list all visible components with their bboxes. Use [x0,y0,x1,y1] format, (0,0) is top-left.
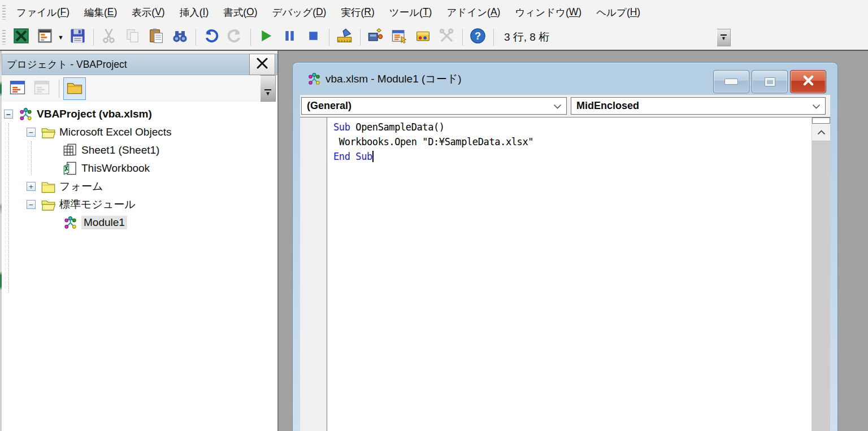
menu-tools-label: ツール( [389,6,423,19]
code-text: Workbooks.Open "D:¥SampleData.xlsx" [333,136,533,147]
find-button[interactable] [169,27,192,48]
menu-run-mnemonic: R [364,6,371,18]
design-mode-icon [336,28,353,46]
expand-icon[interactable]: + [27,182,36,191]
paste-button[interactable] [145,27,168,48]
view-excel-button[interactable] [10,27,32,48]
dropdown-arrow-icon[interactable]: ▼ [58,34,64,41]
toolbox-button[interactable] [436,27,458,48]
project-explorer-button[interactable] [364,27,387,48]
scrollbar-thumb[interactable] [812,141,830,431]
collapse-icon[interactable]: − [4,110,13,119]
tree-item-sheet1[interactable]: Sheet1 (Sheet1) [2,141,277,159]
view-object-icon [33,79,50,98]
folder-open-icon [41,125,56,140]
menu-edit[interactable]: 編集(E) [77,0,124,24]
code-margin-bar[interactable] [300,117,327,431]
insert-userform-icon [37,28,53,46]
code-window: vba.xlsm - Module1 (コード) (General) [292,62,838,431]
folder-open-icon [41,197,56,212]
tree-item-modules[interactable]: −標準モジュール [2,195,277,214]
undo-button[interactable] [200,27,223,48]
menu-run-label-end: ) [371,6,375,18]
properties-window-button[interactable] [388,27,411,48]
collapse-icon[interactable]: − [27,128,36,137]
view-object-button[interactable] [31,77,53,100]
tree-item-excel-objects[interactable]: −Microsoft Excel Objects [2,123,277,141]
project-panel-title: プロジェクト - VBAProject [2,54,277,75]
keyword-text: End Sub [333,151,372,162]
help-button[interactable]: ? [467,27,489,48]
workbook-icon [63,161,78,176]
view-code-button[interactable] [6,77,29,100]
toolbar-separator [493,29,494,46]
code-area: Sub OpenSampleData() Workbooks.Open "D:¥… [300,117,830,431]
menu-insert-label-end: ) [205,6,209,18]
close-icon [255,56,269,72]
tree-item-thisworkbook[interactable]: ThisWorkbook [2,159,277,177]
menu-tools-mnemonic: T [423,6,429,18]
save-button[interactable] [67,27,89,48]
toolbar-separator [329,29,329,46]
menu-addins-mnemonic: A [491,6,497,18]
menu-file-label: ファイル( [16,6,60,19]
menu-debug[interactable]: デバッグ(D) [265,0,334,24]
tree-item-vbaproject[interactable]: −VBAProject (vba.xlsm) [2,105,277,123]
object-dropdown[interactable]: (General) [301,97,567,115]
chevron-down-icon [812,100,821,112]
run-button[interactable] [255,27,277,48]
menu-view[interactable]: 表示(V) [124,0,172,24]
tree-item-module1[interactable]: Module1 [2,214,277,232]
split-handle[interactable] [812,117,830,124]
menu-view-label: 表示( [132,6,155,19]
svg-text:?: ? [475,31,481,42]
text-caret [372,151,374,162]
menu-addins[interactable]: アドイン(A) [439,0,507,24]
reset-button[interactable] [302,27,325,48]
object-browser-button[interactable] [412,27,435,48]
collapse-icon[interactable]: − [27,200,36,209]
menu-format[interactable]: 書式(O) [216,0,264,24]
save-icon [70,28,86,46]
menu-help-label: ヘルプ( [596,6,630,19]
menu-file[interactable]: ファイル(F) [9,0,77,24]
code-editor[interactable]: Sub OpenSampleData() Workbooks.Open "D:¥… [327,117,811,431]
menu-drag-handle[interactable] [2,5,6,20]
close-button[interactable] [790,70,826,93]
toolbar-drag-handle[interactable] [2,30,6,45]
scroll-up-button[interactable] [812,124,830,141]
menu-insert[interactable]: 挿入(I) [172,0,216,24]
module-icon [307,72,322,86]
help-icon: ? [470,28,486,46]
code-text: OpenSampleData() [350,121,445,133]
toolbar-options-button[interactable]: ▼ [717,29,731,46]
redo-button[interactable] [224,27,246,48]
minimize-icon [724,79,738,85]
cut-button[interactable] [98,27,120,48]
insert-userform-button[interactable] [33,27,56,48]
copy-button[interactable] [121,27,144,48]
menu-tools[interactable]: ツール(T) [382,0,440,24]
menu-run[interactable]: 実行(R) [333,0,381,24]
redo-icon [227,28,243,46]
restore-button[interactable] [752,70,788,93]
panel-options-button[interactable]: ▼ [260,75,276,102]
menu-format-label-end: ) [254,6,258,18]
menu-window[interactable]: ウィンドウ(W) [507,0,589,24]
project-panel-close-button[interactable] [249,54,275,75]
window-controls [713,70,826,93]
worksheet-icon [63,143,78,158]
project-tree: −VBAProject (vba.xlsm)−Microsoft Excel O… [2,102,277,431]
tree-item-forms[interactable]: +フォーム [2,177,277,195]
procedure-dropdown[interactable]: MidEnclosed [571,97,826,115]
menu-run-label: 実行( [341,6,364,19]
minimize-button[interactable] [713,70,749,93]
menu-help[interactable]: ヘルプ(H) [589,0,648,24]
design-mode-button[interactable] [333,27,356,48]
break-button[interactable] [279,27,301,48]
code-vscrollbar[interactable] [811,117,830,431]
menu-bar: ファイル(F)編集(E)表示(V)挿入(I)書式(O)デバッグ(D)実行(R)ツ… [0,0,868,24]
menu-edit-label: 編集( [84,6,107,19]
menu-window-label-end: ) [578,6,581,18]
toggle-folders-button[interactable] [63,77,86,100]
